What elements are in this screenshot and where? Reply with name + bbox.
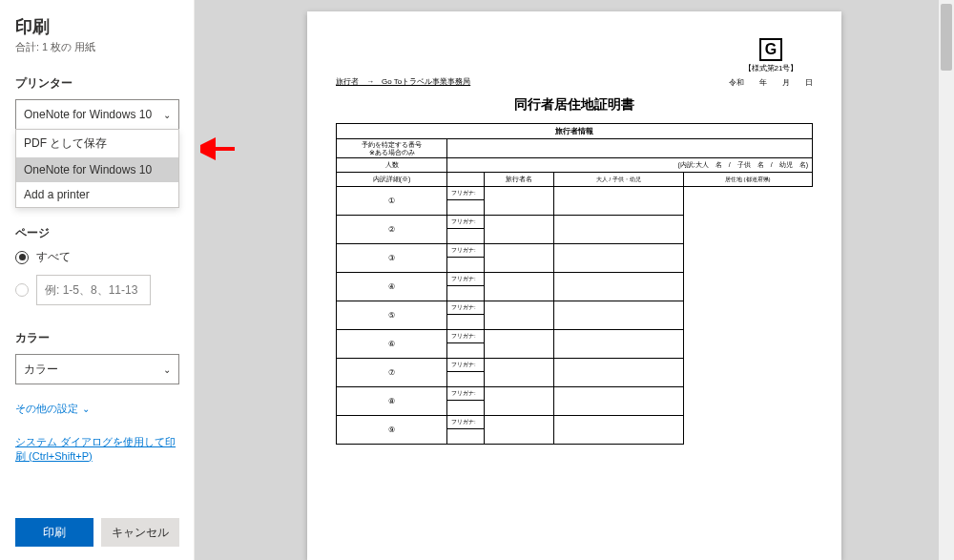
furigana-cell: フリガナ: (447, 416, 485, 429)
printer-option-pdf[interactable]: PDF として保存 (16, 130, 178, 157)
pages-all-label: すべて (36, 249, 71, 265)
detail-label: 内訳詳細(※) (337, 173, 447, 187)
residence-cell (554, 216, 683, 244)
residence-cell (554, 330, 683, 359)
document-title: 同行者居住地証明書 (336, 96, 813, 114)
residence-cell (554, 359, 683, 387)
chevron-down-icon: ⌄ (163, 364, 171, 375)
row-number: ⑥ (337, 330, 447, 359)
residence-cell (554, 301, 683, 330)
furigana-cell: フリガナ: (447, 330, 485, 343)
pages-all-radio[interactable]: すべて (15, 249, 178, 265)
furigana-cell: フリガナ: (447, 301, 485, 315)
residence-cell (554, 273, 683, 301)
adult-child-header: 大人 / 子供・幼児 (554, 173, 683, 187)
furigana-cell: フリガナ: (447, 244, 485, 258)
chevron-down-icon: ⌄ (163, 110, 171, 120)
booking-label: 予約を特定する番号 ※ある場合のみ (337, 139, 447, 158)
name-cell (447, 315, 485, 330)
row-number: ⑤ (337, 301, 447, 330)
name-cell (447, 401, 485, 416)
pages-range-radio[interactable] (15, 275, 178, 305)
name-cell (447, 429, 485, 445)
form-number: 【様式第21号】 (729, 63, 813, 73)
row-number: ④ (337, 273, 447, 301)
row-number: ② (337, 216, 447, 244)
printer-option-onenote[interactable]: OneNote for Windows 10 (16, 157, 178, 182)
adult-child-cell (484, 273, 553, 301)
row-number: ① (337, 187, 447, 216)
residence-header: 居住地 (都道府県) (683, 173, 812, 187)
color-selected: カラー (24, 362, 58, 378)
residence-cell (554, 244, 683, 273)
print-sidebar: 印刷 合計: 1 枚の 用紙 プリンター OneNote for Windows… (0, 0, 195, 560)
color-label: カラー (15, 330, 178, 346)
more-settings-link[interactable]: その他の設定 ⌄ (15, 402, 178, 416)
count-detail: (内訳:大人 名 / 子供 名 / 幼児 名) (447, 158, 813, 173)
row-number: ③ (337, 244, 447, 273)
adult-child-cell (484, 387, 553, 416)
furigana-cell: フリガナ: (447, 387, 485, 401)
printer-select[interactable]: OneNote for Windows 10 ⌄ (15, 99, 179, 130)
annotation-arrow-icon (200, 130, 238, 168)
section-header: 旅行者情報 (337, 124, 813, 139)
name-cell (447, 372, 485, 387)
residence-cell (554, 387, 683, 416)
system-dialog-link[interactable]: システム ダイアログを使用して印刷 (Ctrl+Shift+P) (15, 435, 178, 464)
name-cell (447, 343, 485, 359)
count-label: 人数 (337, 158, 447, 173)
booking-value (447, 139, 813, 158)
row-number: ⑨ (337, 416, 447, 445)
furigana-cell: フリガナ: (447, 273, 485, 286)
adult-child-cell (484, 301, 553, 330)
furigana-cell: フリガナ: (447, 216, 485, 229)
printer-selected: OneNote for Windows 10 (24, 108, 152, 121)
furigana-cell: フリガナ: (447, 359, 485, 372)
dialog-title: 印刷 (15, 15, 178, 38)
furigana-cell: フリガナ: (447, 187, 485, 200)
pages-range-input[interactable] (36, 275, 151, 305)
printer-option-add[interactable]: Add a printer (16, 182, 178, 207)
name-cell (447, 200, 485, 216)
radio-unchecked-icon (15, 283, 29, 297)
sheet-count: 合計: 1 枚の 用紙 (15, 40, 178, 54)
adult-child-cell (484, 244, 553, 273)
name-cell (447, 258, 485, 273)
chevron-down-icon: ⌄ (82, 404, 90, 414)
name-cell (447, 229, 485, 244)
adult-child-cell (484, 359, 553, 387)
preview-page: G 【様式第21号】 令和 年 月 日 旅行者 → Go Toトラベル事業事務局… (307, 11, 841, 560)
era-date: 令和 年 月 日 (729, 77, 813, 88)
scrollbar-thumb[interactable] (941, 4, 952, 71)
adult-child-cell (484, 330, 553, 359)
name-cell (447, 286, 485, 301)
row-number: ⑦ (337, 359, 447, 387)
print-preview-area: G 【様式第21号】 令和 年 月 日 旅行者 → Go Toトラベル事業事務局… (195, 0, 954, 560)
residence-cell (554, 416, 683, 445)
printer-dropdown: PDF として保存 OneNote for Windows 10 Add a p… (15, 129, 179, 208)
g-mark: G (759, 38, 782, 61)
color-select[interactable]: カラー ⌄ (15, 354, 179, 384)
pages-label: ページ (15, 225, 178, 241)
adult-child-cell (484, 216, 553, 244)
residence-cell (554, 187, 683, 216)
print-button[interactable]: 印刷 (15, 518, 93, 547)
preview-scrollbar[interactable] (939, 0, 954, 560)
page-header-right: G 【様式第21号】 令和 年 月 日 (729, 38, 813, 88)
adult-child-cell (484, 187, 553, 216)
traveler-name-header: 旅行者名 (484, 173, 553, 187)
adult-child-cell (484, 416, 553, 445)
action-buttons: 印刷 キャンセル (15, 518, 179, 547)
traveler-info-table: 旅行者情報 予約を特定する番号 ※ある場合のみ 人数 (内訳:大人 名 / 子供… (336, 123, 813, 445)
row-number: ⑧ (337, 387, 447, 416)
more-settings-label: その他の設定 (15, 402, 78, 416)
cancel-button[interactable]: キャンセル (101, 518, 179, 547)
printer-label: プリンター (15, 75, 178, 92)
radio-checked-icon (15, 251, 29, 264)
